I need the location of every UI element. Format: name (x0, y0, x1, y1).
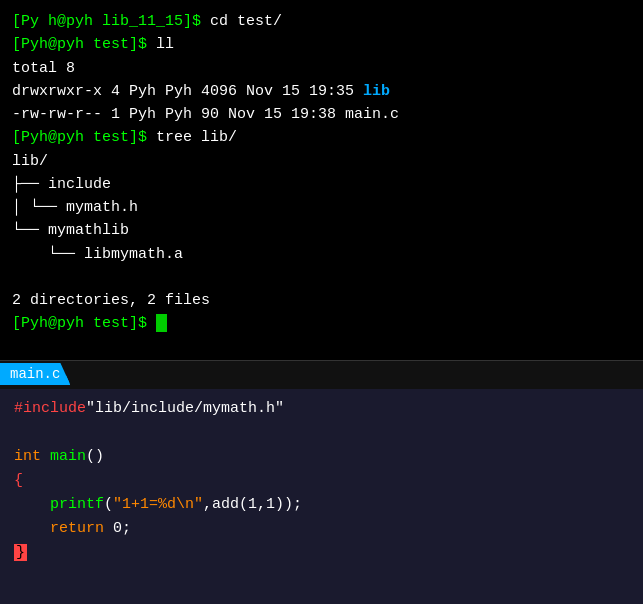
int-keyword: int (14, 448, 41, 465)
terminal-line: ├── include (12, 173, 631, 196)
code-line-int-main: int main() (14, 445, 629, 469)
terminal-line: lib/ (12, 150, 631, 173)
cmd-text: cd test/ (201, 13, 282, 30)
code-blank-line (14, 421, 629, 445)
tab-label: main.c (10, 366, 60, 382)
brace-close-box: } (14, 544, 27, 561)
terminal-prompt-line: [Pyh@pyh test]$ (12, 312, 631, 335)
prompt-text: [Pyh@pyh test]$ (12, 315, 147, 332)
indent (14, 496, 50, 513)
tree-branch: └── libmymath.a (12, 246, 183, 263)
terminal-line: └── libmymath.a (12, 243, 631, 266)
printf-fn: printf (50, 496, 104, 513)
code-line-return: return 0; (14, 517, 629, 541)
code-line-brace-open: { (14, 469, 629, 493)
tree-branch: ├── include (12, 176, 111, 193)
code-line-brace-close: } (14, 541, 629, 565)
dir-count-text: 2 directories, 2 files (12, 292, 210, 309)
prompt-text: [Pyh@pyh test]$ (12, 129, 147, 146)
brace-open-icon: { (14, 472, 23, 489)
main-keyword: main (50, 448, 86, 465)
include-path: "lib/include/mymath.h" (86, 400, 284, 417)
code-line-include: #include"lib/include/mymath.h" (14, 397, 629, 421)
code-editor-panel: main.c #include"lib/include/mymath.h" in… (0, 360, 643, 604)
printf-string: "1+1=%d\n" (113, 496, 203, 513)
total-text: total 8 (12, 60, 75, 77)
prompt-text: [Pyh@pyh test]$ (12, 36, 147, 53)
indent (14, 520, 50, 537)
space (147, 315, 156, 332)
tree-branch: │ └── mymath.h (12, 199, 138, 216)
cmd-text: ll (147, 36, 174, 53)
prompt-text: [Py h@pyh lib_11_15]$ (12, 13, 201, 30)
terminal-line: └── mymathlib (12, 219, 631, 242)
editor-code-body: #include"lib/include/mymath.h" int main(… (0, 389, 643, 573)
terminal-line: -rw-rw-r-- 1 Pyh Pyh 90 Nov 15 19:38 mai… (12, 103, 631, 126)
terminal-line: [Py h@pyh lib_11_15]$ cd test/ (12, 10, 631, 33)
terminal-line: 2 directories, 2 files (12, 289, 631, 312)
terminal-line: total 8 (12, 57, 631, 80)
editor-tab-bar: main.c (0, 361, 643, 389)
code-line-printf: printf("1+1=%d\n",add(1,1)); (14, 493, 629, 517)
tree-branch: └── mymathlib (12, 222, 129, 239)
perms: -rw-rw-r-- 1 Pyh Pyh 90 Nov 15 19:38 mai… (12, 106, 399, 123)
terminal-line: drwxrwxr-x 4 Pyh Pyh 4096 Nov 15 19:35 l… (12, 80, 631, 103)
hash-keyword: #include (14, 400, 86, 417)
printf-args: ,add(1,1)); (203, 496, 302, 513)
terminal-line: │ └── mymath.h (12, 196, 631, 219)
editor-tab-main-c[interactable]: main.c (0, 363, 70, 385)
terminal-cursor (156, 314, 167, 332)
return-keyword: return (50, 520, 104, 537)
cmd-text: tree lib/ (147, 129, 237, 146)
tree-root: lib/ (12, 153, 48, 170)
terminal-line: [Pyh@pyh test]$ tree lib/ (12, 126, 631, 149)
terminal-panel: [Py h@pyh lib_11_15]$ cd test/ [Pyh@pyh … (0, 0, 643, 360)
paren-open: ( (104, 496, 113, 513)
terminal-blank-line (12, 266, 631, 289)
space (41, 448, 50, 465)
return-value: 0; (104, 520, 131, 537)
parens: () (86, 448, 104, 465)
dir-name: lib (363, 83, 390, 100)
terminal-line: [Pyh@pyh test]$ ll (12, 33, 631, 56)
perms: drwxrwxr-x 4 Pyh Pyh 4096 Nov 15 19:35 (12, 83, 363, 100)
